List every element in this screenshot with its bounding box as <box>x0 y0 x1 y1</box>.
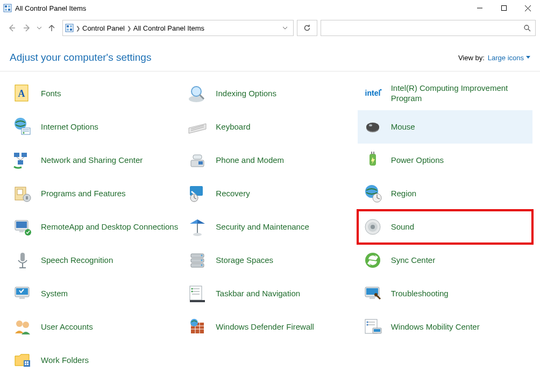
item-troubleshooting[interactable]: Troubleshooting <box>358 277 532 310</box>
item-label: Work Folders <box>41 355 89 366</box>
svg-rect-49 <box>26 196 28 199</box>
item-taskbar-navigation[interactable]: Taskbar and Navigation <box>182 277 357 310</box>
phone-modem-icon <box>187 149 208 171</box>
item-storage-spaces[interactable]: Storage Spaces <box>182 244 357 277</box>
item-indexing-options[interactable]: Indexing Options <box>182 77 357 110</box>
svg-line-17 <box>528 29 530 31</box>
sound-icon <box>362 216 383 238</box>
item-label: Mouse <box>391 122 415 132</box>
item-label: System <box>41 289 68 299</box>
item-keyboard[interactable]: Keyboard <box>182 110 357 144</box>
svg-rect-44 <box>371 152 372 154</box>
svg-rect-60 <box>19 230 24 232</box>
svg-rect-12 <box>67 25 69 27</box>
item-label: Phone and Modem <box>216 155 284 166</box>
svg-rect-14 <box>67 28 69 31</box>
search-box[interactable] <box>321 20 536 36</box>
view-by-label: View by: <box>458 54 485 62</box>
svg-point-63 <box>193 233 202 236</box>
item-remoteapp[interactable]: RemoteApp and Desktop Connections <box>8 210 182 244</box>
control-panel-icon <box>3 4 12 12</box>
svg-rect-45 <box>373 152 374 154</box>
svg-rect-37 <box>18 160 23 165</box>
chevron-right-icon[interactable]: ❯ <box>76 25 80 31</box>
svg-point-84 <box>191 288 193 290</box>
recent-dropdown[interactable] <box>37 25 43 31</box>
svg-rect-79 <box>19 297 25 299</box>
work-folders-icon <box>12 350 33 371</box>
fonts-icon: A <box>12 83 33 104</box>
item-work-folders[interactable]: Work Folders <box>8 344 182 377</box>
svg-rect-59 <box>16 222 27 228</box>
item-fonts[interactable]: A Fonts <box>8 77 182 110</box>
item-network-sharing[interactable]: Network and Sharing Center <box>8 144 182 177</box>
breadcrumb-control-panel[interactable]: Control Panel <box>82 24 125 32</box>
intel-icon: intel <box>362 83 383 104</box>
address-bar[interactable]: ❯ Control Panel ❯ All Control Panel Item… <box>62 20 294 36</box>
svg-rect-107 <box>25 361 26 363</box>
forward-button[interactable] <box>22 23 32 33</box>
close-button[interactable] <box>516 0 540 16</box>
item-label: Sync Center <box>391 255 436 266</box>
item-label: Sound <box>391 222 414 232</box>
svg-point-85 <box>191 291 193 293</box>
item-label: Storage Spaces <box>216 255 273 266</box>
refresh-button[interactable] <box>297 20 317 36</box>
window-controls <box>467 0 540 16</box>
item-security-maintenance[interactable]: Security and Maintenance <box>182 210 357 244</box>
item-label: Keyboard <box>216 122 250 132</box>
mouse-icon <box>362 116 383 138</box>
address-dropdown[interactable] <box>279 25 291 31</box>
view-by-value: Large icons <box>488 54 524 62</box>
item-label: Network and Sharing Center <box>41 155 143 166</box>
item-windows-defender-firewall[interactable]: Windows Defender Firewall <box>182 310 357 344</box>
firewall-icon <box>187 316 208 338</box>
taskbar-icon <box>187 283 208 304</box>
view-by: View by: Large icons <box>458 54 530 62</box>
svg-rect-105 <box>374 329 380 332</box>
search-input[interactable] <box>325 24 523 33</box>
search-icon[interactable] <box>523 24 531 32</box>
item-recovery[interactable]: Recovery <box>182 177 357 210</box>
item-label: Taskbar and Navigation <box>216 289 300 299</box>
item-programs-features[interactable]: Programs and Features <box>8 177 182 210</box>
svg-point-92 <box>23 322 29 328</box>
header-row: Adjust your computer's settings View by:… <box>0 40 540 71</box>
minimize-button[interactable] <box>467 0 492 16</box>
svg-point-24 <box>380 89 381 91</box>
up-button[interactable] <box>47 24 57 32</box>
svg-point-66 <box>371 225 375 229</box>
chevron-right-icon[interactable]: ❯ <box>127 25 131 31</box>
svg-point-74 <box>201 260 203 261</box>
maximize-button[interactable] <box>492 0 516 16</box>
svg-rect-2 <box>8 5 10 8</box>
svg-point-29 <box>23 132 25 134</box>
item-region[interactable]: Region <box>358 177 532 210</box>
item-sync-center[interactable]: Sync Center <box>358 244 532 277</box>
item-sound[interactable]: Sound <box>358 210 532 244</box>
item-windows-mobility-center[interactable]: Windows Mobility Center <box>358 310 532 344</box>
items-grid: A Fonts Indexing Options intel Intel(R) … <box>0 72 540 382</box>
svg-point-76 <box>365 253 380 268</box>
item-phone-modem[interactable]: Phone and Modem <box>182 144 357 177</box>
titlebar: All Control Panel Items <box>0 0 540 16</box>
view-by-dropdown[interactable]: Large icons <box>488 54 530 62</box>
item-mouse[interactable]: Mouse <box>358 110 532 144</box>
item-intel[interactable]: intel Intel(R) Computing Improvement Pro… <box>358 77 532 110</box>
svg-point-98 <box>190 319 198 326</box>
item-power-options[interactable]: Power Options <box>358 144 532 177</box>
nav-arrows <box>4 23 59 33</box>
remoteapp-icon <box>12 216 33 238</box>
back-button[interactable] <box>6 23 17 33</box>
speech-icon <box>12 250 33 271</box>
svg-rect-108 <box>27 361 29 363</box>
breadcrumb-all-items[interactable]: All Control Panel Items <box>133 24 204 32</box>
item-internet-options[interactable]: Internet Options <box>8 110 182 144</box>
svg-point-90 <box>374 293 378 296</box>
svg-rect-1 <box>5 5 7 8</box>
item-system[interactable]: System <box>8 277 182 310</box>
item-user-accounts[interactable]: User Accounts <box>8 310 182 344</box>
item-speech-recognition[interactable]: Speech Recognition <box>8 244 182 277</box>
svg-rect-47 <box>17 189 23 195</box>
svg-point-33 <box>366 123 379 131</box>
